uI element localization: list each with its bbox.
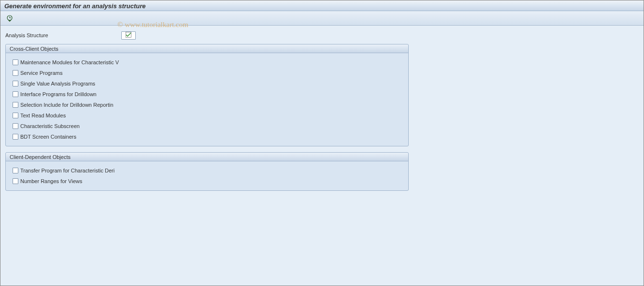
checkbox-row: Service Programs — [13, 68, 401, 78]
interface-programs-checkbox[interactable] — [13, 91, 18, 97]
checkbox-row: Transfer Program for Characteristic Deri — [13, 165, 401, 176]
analysis-structure-label: Analysis Structure — [5, 32, 121, 38]
text-read-checkbox[interactable] — [13, 113, 18, 118]
client-dependent-body: Transfer Program for Characteristic Deri… — [6, 161, 408, 190]
checkbox-label: Transfer Program for Characteristic Deri — [20, 168, 114, 173]
analysis-structure-row: Analysis Structure — [5, 30, 639, 40]
checkbox-row: BDT Screen Containers — [13, 131, 401, 142]
checkbox-label: Service Programs — [20, 70, 62, 76]
toolbar — [0, 11, 644, 26]
checkbox-row: Number Ranges for Views — [13, 176, 401, 186]
bdt-screen-checkbox[interactable] — [13, 134, 18, 140]
content-area: Analysis Structure Cross-Client Objects … — [0, 26, 644, 286]
checkbox-label: Characteristic Subscreen — [20, 123, 80, 129]
maintenance-modules-checkbox[interactable] — [13, 59, 18, 65]
check-icon — [126, 32, 131, 39]
checkbox-row: Selection Include for Drilldown Reportin — [13, 100, 401, 110]
checkbox-label: Number Ranges for Views — [20, 178, 82, 184]
characteristic-subscreen-checkbox[interactable] — [13, 123, 18, 129]
checkbox-label: Maintenance Modules for Characteristic V — [20, 59, 119, 65]
cross-client-body: Maintenance Modules for Characteristic V… — [6, 53, 408, 146]
client-dependent-group: Client-Dependent Objects Transfer Progra… — [5, 152, 409, 191]
transfer-program-checkbox[interactable] — [13, 168, 18, 173]
cross-client-group: Cross-Client Objects Maintenance Modules… — [5, 44, 409, 146]
analysis-structure-input[interactable] — [121, 31, 136, 40]
execute-button[interactable] — [5, 14, 14, 23]
client-dependent-title: Client-Dependent Objects — [6, 153, 408, 161]
checkbox-label: BDT Screen Containers — [20, 134, 76, 140]
single-value-checkbox[interactable] — [13, 81, 18, 86]
selection-include-checkbox[interactable] — [13, 102, 18, 108]
checkbox-row: Text Read Modules — [13, 110, 401, 121]
checkbox-row: Single Value Analysis Programs — [13, 78, 401, 89]
checkbox-label: Text Read Modules — [20, 113, 66, 118]
svg-rect-3 — [126, 32, 131, 38]
page-title: Generate environment for an analysis str… — [4, 2, 146, 10]
title-bar: Generate environment for an analysis str… — [0, 0, 644, 11]
checkbox-row: Maintenance Modules for Characteristic V — [13, 57, 401, 68]
execute-icon — [6, 15, 13, 22]
cross-client-title: Cross-Client Objects — [6, 44, 408, 53]
checkbox-row: Interface Programs for Drilldown — [13, 89, 401, 100]
checkbox-label: Selection Include for Drilldown Reportin — [20, 102, 114, 108]
checkbox-label: Single Value Analysis Programs — [20, 81, 95, 86]
checkbox-row: Characteristic Subscreen — [13, 121, 401, 131]
number-ranges-checkbox[interactable] — [13, 178, 18, 184]
checkbox-label: Interface Programs for Drilldown — [20, 91, 97, 97]
service-programs-checkbox[interactable] — [13, 70, 18, 76]
